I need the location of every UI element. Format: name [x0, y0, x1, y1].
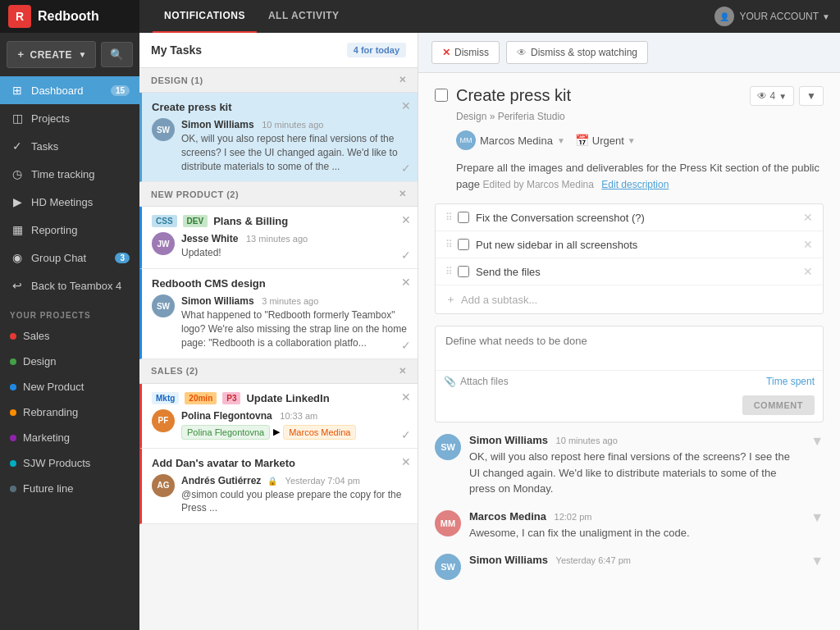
account-menu[interactable]: 👤 YOUR ACCOUNT ▼ [714, 7, 830, 26]
comment-submit-button[interactable]: COMMENT [742, 395, 815, 415]
time-tracking-icon: ◷ [10, 167, 25, 181]
comment-time: 10 minutes ago [556, 436, 618, 445]
check-icon[interactable]: ✓ [401, 428, 411, 441]
edit-description-link[interactable]: Edit description [601, 179, 669, 190]
urgent-pill[interactable]: 📅 Urgent ▼ [575, 134, 636, 147]
card-close-icon[interactable]: ✕ [401, 99, 411, 112]
subtask-checkbox[interactable] [458, 212, 469, 223]
comment-text: @simon could you please prepare the copy… [181, 488, 408, 516]
comment-time: 3 minutes ago [262, 296, 318, 306]
card-title: Add Dan's avatar to Marketo [152, 457, 408, 469]
dismiss-stop-watching-button[interactable]: 👁 Dismiss & stop watching [506, 41, 648, 64]
section-newproduct-label: NEW PRODUCT (2) [151, 189, 239, 199]
create-chevron-icon: ▼ [79, 50, 87, 59]
comment-input-area: 📎 Attach files Time spent COMMENT [435, 326, 824, 422]
card-close-icon[interactable]: ✕ [401, 390, 411, 404]
projects-section-title: YOUR PROJECTS [0, 299, 139, 323]
eye-count[interactable]: 👁 4 ▼ [750, 86, 795, 106]
assignee-pill[interactable]: MM Marcos Medina ▼ [456, 130, 565, 150]
sidebar-item-back-teambox[interactable]: ↩ Back to Teambox 4 [0, 272, 139, 299]
lock-icon: 🔒 [267, 477, 277, 486]
search-button[interactable]: 🔍 [101, 42, 133, 67]
comment-options-button[interactable]: ▼ [810, 510, 824, 541]
card-close-icon[interactable]: ✕ [401, 455, 411, 468]
section-newproduct-close[interactable]: ✕ [399, 189, 407, 199]
sidebar-item-group-chat[interactable]: ◉ Group Chat 3 [0, 244, 139, 272]
plus-icon: ＋ [16, 48, 26, 62]
sidebar-item-future-line[interactable]: Future line [0, 476, 139, 501]
attach-files-button[interactable]: 📎 Attach files [444, 376, 509, 387]
task-title: Create press kit [456, 86, 571, 105]
sidebar-item-tasks[interactable]: ✓ Tasks [0, 132, 139, 160]
comment-author: Andrés Gutiérrez [181, 475, 261, 486]
create-button[interactable]: ＋ CREATE ▼ [7, 41, 96, 68]
dashboard-icon: ⊞ [10, 83, 25, 98]
dismiss-button[interactable]: ✕ Dismiss [431, 41, 500, 64]
card-close-icon[interactable]: ✕ [401, 213, 411, 226]
project-label: New Product [23, 381, 84, 393]
task-options-button[interactable]: ▼ [799, 86, 824, 106]
tag-css: CSS [152, 215, 177, 227]
check-icon[interactable]: ✓ [401, 339, 411, 352]
comment-author: Marcos Medina [469, 510, 546, 523]
group-chat-icon: ◉ [10, 250, 25, 265]
check-icon[interactable]: ✓ [401, 249, 411, 262]
card-close-icon[interactable]: ✕ [401, 276, 411, 289]
subtask-row: ⠿ Fix the Conversation screenshot (?) ✕ [436, 204, 823, 231]
project-label: Design [23, 355, 56, 368]
sidebar-item-projects[interactable]: ◫ Projects [0, 104, 139, 132]
check-icon[interactable]: ✓ [401, 162, 411, 175]
avatar: 👤 [714, 7, 734, 26]
comment-options-button[interactable]: ▼ [810, 554, 824, 580]
tab-notifications[interactable]: NOTIFICATIONS [153, 0, 257, 33]
sidebar-item-hd-meetings[interactable]: ▶ HD Meetings [0, 188, 139, 216]
tab-all-activity[interactable]: ALL ACTIVITY [257, 0, 351, 33]
project-label: Marketing [23, 431, 70, 444]
sidebar-item-label: Projects [31, 112, 70, 125]
sidebar-item-label: Dashboard [31, 84, 84, 97]
author-avatar: SW [152, 118, 175, 141]
subtasks-list: ⠿ Fix the Conversation screenshot (?) ✕ … [435, 203, 824, 314]
sidebar-item-rebranding[interactable]: Rebranding [0, 399, 139, 425]
subtask-checkbox[interactable] [458, 239, 469, 250]
author-avatar: SW [152, 294, 175, 317]
reporting-icon: ▦ [10, 222, 25, 237]
subtask-close-icon[interactable]: ✕ [803, 238, 813, 251]
add-subtask-button[interactable]: ＋ Add a subtask... [436, 285, 823, 313]
assignee-name: Marcos Medina [480, 135, 553, 147]
sidebar-item-marketing[interactable]: Marketing [0, 425, 139, 450]
section-design-close[interactable]: ✕ [399, 75, 407, 85]
sidebar-item-label: Reporting [31, 224, 77, 236]
comment-input[interactable] [436, 326, 823, 368]
task-checkbox[interactable] [435, 89, 448, 102]
author-avatar: AG [152, 474, 175, 497]
sidebar-item-sjw-products[interactable]: SJW Products [0, 450, 139, 476]
sidebar-item-sales[interactable]: Sales [0, 323, 139, 349]
comment-options-button[interactable]: ▼ [810, 434, 824, 497]
card-update-linkedin: Mktg 20min P3 Update LinkedIn ✕ PF Polin… [139, 384, 418, 449]
sidebar-item-label: Tasks [31, 140, 58, 153]
plus-icon: ＋ [445, 292, 456, 307]
comment-text: Awesome, I can fix the unaligment in the… [469, 525, 802, 541]
section-sales-close[interactable]: ✕ [399, 366, 407, 377]
sidebar-item-new-product[interactable]: New Product [0, 374, 139, 399]
calendar-icon: 📅 [575, 134, 589, 147]
subtask-close-icon[interactable]: ✕ [803, 265, 813, 278]
sidebar-item-dashboard[interactable]: ⊞ Dashboard 15 [0, 76, 139, 104]
project-dot [10, 333, 16, 340]
time-spent-button[interactable]: Time spent [766, 376, 815, 387]
sidebar-item-design[interactable]: Design [0, 349, 139, 374]
add-subtask-label: Add a subtask... [461, 294, 537, 306]
subtask-label: Put new sidebar in all screenshots [476, 239, 637, 251]
project-label: Rebranding [23, 406, 78, 418]
subtask-checkbox[interactable] [458, 266, 469, 277]
back-icon: ↩ [10, 278, 25, 293]
sidebar-item-reporting[interactable]: ▦ Reporting [0, 216, 139, 244]
sidebar-item-time-tracking[interactable]: ◷ Time tracking [0, 160, 139, 188]
projects-icon: ◫ [10, 111, 25, 126]
subtask-close-icon[interactable]: ✕ [803, 211, 813, 224]
comment-author: Polina Flegontovna [181, 410, 272, 422]
comment-text: What happened to "Redbooth formerly Team… [181, 308, 408, 349]
project-dot [10, 384, 16, 390]
paperclip-icon: 📎 [444, 376, 456, 387]
